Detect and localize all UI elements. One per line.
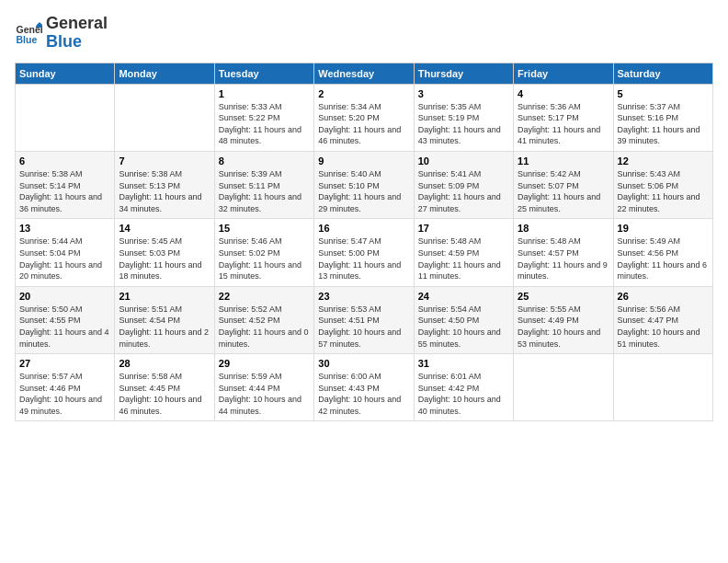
col-header-saturday: Saturday [613, 63, 712, 84]
calendar-cell: 2 Sunrise: 5:34 AM Sunset: 5:20 PM Dayli… [314, 84, 414, 151]
day-info: Sunrise: 5:41 AM Sunset: 5:09 PM Dayligh… [418, 168, 509, 214]
day-number: 22 [219, 291, 310, 302]
day-number: 11 [518, 155, 609, 167]
calendar-cell: 26 Sunrise: 5:56 AM Sunset: 4:47 PM Dayl… [613, 286, 712, 353]
day-number: 24 [418, 291, 509, 302]
day-number: 29 [219, 358, 310, 369]
day-number: 13 [19, 223, 110, 234]
day-info: Sunrise: 5:35 AM Sunset: 5:19 PM Dayligh… [418, 101, 509, 147]
calendar-cell: 22 Sunrise: 5:52 AM Sunset: 4:52 PM Dayl… [214, 286, 313, 353]
day-number: 21 [119, 291, 210, 302]
calendar-cell: 23 Sunrise: 5:53 AM Sunset: 4:51 PM Dayl… [314, 286, 414, 353]
calendar-cell [613, 354, 712, 421]
day-number: 17 [418, 223, 509, 234]
day-number: 28 [119, 358, 210, 369]
calendar-cell [16, 84, 115, 151]
calendar-cell: 18 Sunrise: 5:48 AM Sunset: 4:57 PM Dayl… [514, 219, 613, 286]
calendar-cell: 17 Sunrise: 5:48 AM Sunset: 4:59 PM Dayl… [414, 219, 513, 286]
calendar-cell: 5 Sunrise: 5:37 AM Sunset: 5:16 PM Dayli… [613, 84, 712, 151]
day-info: Sunrise: 5:37 AM Sunset: 5:16 PM Dayligh… [618, 101, 709, 147]
day-number: 5 [618, 88, 709, 99]
calendar-cell: 9 Sunrise: 5:40 AM Sunset: 5:10 PM Dayli… [314, 151, 414, 218]
day-info: Sunrise: 5:48 AM Sunset: 4:59 PM Dayligh… [418, 236, 509, 282]
day-info: Sunrise: 5:53 AM Sunset: 4:51 PM Dayligh… [318, 304, 409, 350]
day-info: Sunrise: 5:58 AM Sunset: 4:45 PM Dayligh… [119, 371, 210, 417]
calendar-cell: 4 Sunrise: 5:36 AM Sunset: 5:17 PM Dayli… [514, 84, 613, 151]
calendar-cell: 21 Sunrise: 5:51 AM Sunset: 4:54 PM Dayl… [115, 286, 214, 353]
day-number: 2 [318, 88, 409, 99]
calendar-cell: 8 Sunrise: 5:39 AM Sunset: 5:11 PM Dayli… [214, 151, 313, 218]
logo-icon: General Blue [15, 19, 42, 47]
day-info: Sunrise: 5:40 AM Sunset: 5:10 PM Dayligh… [318, 168, 409, 214]
day-info: Sunrise: 5:42 AM Sunset: 5:07 PM Dayligh… [518, 168, 609, 214]
day-info: Sunrise: 5:50 AM Sunset: 4:55 PM Dayligh… [19, 304, 110, 350]
day-number: 1 [219, 88, 310, 99]
day-info: Sunrise: 5:44 AM Sunset: 5:04 PM Dayligh… [19, 236, 110, 282]
svg-text:Blue: Blue [17, 33, 38, 44]
calendar-cell: 15 Sunrise: 5:46 AM Sunset: 5:02 PM Dayl… [214, 219, 313, 286]
day-number: 8 [219, 155, 310, 167]
logo: General Blue General Blue [15, 15, 108, 52]
day-number: 26 [618, 291, 709, 302]
day-info: Sunrise: 5:49 AM Sunset: 4:56 PM Dayligh… [618, 236, 709, 282]
day-info: Sunrise: 5:36 AM Sunset: 5:17 PM Dayligh… [518, 101, 609, 147]
calendar-cell: 11 Sunrise: 5:42 AM Sunset: 5:07 PM Dayl… [514, 151, 613, 218]
calendar-header-row: SundayMondayTuesdayWednesdayThursdayFrid… [16, 63, 713, 84]
day-number: 19 [618, 223, 709, 234]
day-info: Sunrise: 5:39 AM Sunset: 5:11 PM Dayligh… [219, 168, 310, 214]
calendar-cell: 6 Sunrise: 5:38 AM Sunset: 5:14 PM Dayli… [16, 151, 115, 218]
day-info: Sunrise: 5:59 AM Sunset: 4:44 PM Dayligh… [219, 371, 310, 417]
calendar-cell: 30 Sunrise: 6:00 AM Sunset: 4:43 PM Dayl… [314, 354, 414, 421]
logo-text-general: General [46, 15, 108, 33]
calendar-cell: 7 Sunrise: 5:38 AM Sunset: 5:13 PM Dayli… [115, 151, 214, 218]
day-info: Sunrise: 5:38 AM Sunset: 5:13 PM Dayligh… [119, 168, 210, 214]
day-info: Sunrise: 5:34 AM Sunset: 5:20 PM Dayligh… [318, 101, 409, 147]
calendar-cell: 24 Sunrise: 5:54 AM Sunset: 4:50 PM Dayl… [414, 286, 513, 353]
day-number: 15 [219, 223, 310, 234]
day-info: Sunrise: 5:56 AM Sunset: 4:47 PM Dayligh… [618, 304, 709, 350]
day-info: Sunrise: 5:48 AM Sunset: 4:57 PM Dayligh… [518, 236, 609, 282]
day-number: 4 [518, 88, 609, 99]
day-info: Sunrise: 5:46 AM Sunset: 5:02 PM Dayligh… [219, 236, 310, 282]
day-number: 10 [418, 155, 509, 167]
col-header-friday: Friday [514, 63, 613, 84]
calendar-cell: 1 Sunrise: 5:33 AM Sunset: 5:22 PM Dayli… [214, 84, 313, 151]
calendar-cell: 28 Sunrise: 5:58 AM Sunset: 4:45 PM Dayl… [115, 354, 214, 421]
calendar-cell: 20 Sunrise: 5:50 AM Sunset: 4:55 PM Dayl… [16, 286, 115, 353]
calendar-table: SundayMondayTuesdayWednesdayThursdayFrid… [15, 63, 713, 422]
day-info: Sunrise: 6:00 AM Sunset: 4:43 PM Dayligh… [318, 371, 409, 417]
day-info: Sunrise: 6:01 AM Sunset: 4:42 PM Dayligh… [418, 371, 509, 417]
day-info: Sunrise: 5:51 AM Sunset: 4:54 PM Dayligh… [119, 304, 210, 350]
day-info: Sunrise: 5:54 AM Sunset: 4:50 PM Dayligh… [418, 304, 509, 350]
calendar-cell [514, 354, 613, 421]
day-number: 7 [119, 155, 210, 167]
calendar-cell [115, 84, 214, 151]
calendar-cell: 31 Sunrise: 6:01 AM Sunset: 4:42 PM Dayl… [414, 354, 513, 421]
calendar-week-1: 1 Sunrise: 5:33 AM Sunset: 5:22 PM Dayli… [16, 84, 713, 151]
calendar-cell: 14 Sunrise: 5:45 AM Sunset: 5:03 PM Dayl… [115, 219, 214, 286]
day-number: 14 [119, 223, 210, 234]
day-number: 31 [418, 358, 509, 369]
day-info: Sunrise: 5:52 AM Sunset: 4:52 PM Dayligh… [219, 304, 310, 350]
day-number: 9 [318, 155, 409, 167]
calendar-cell: 19 Sunrise: 5:49 AM Sunset: 4:56 PM Dayl… [613, 219, 712, 286]
day-info: Sunrise: 5:47 AM Sunset: 5:00 PM Dayligh… [318, 236, 409, 282]
day-info: Sunrise: 5:43 AM Sunset: 5:06 PM Dayligh… [618, 168, 709, 214]
col-header-sunday: Sunday [16, 63, 115, 84]
calendar-cell: 29 Sunrise: 5:59 AM Sunset: 4:44 PM Dayl… [214, 354, 313, 421]
col-header-tuesday: Tuesday [214, 63, 313, 84]
calendar-cell: 3 Sunrise: 5:35 AM Sunset: 5:19 PM Dayli… [414, 84, 513, 151]
calendar-cell: 25 Sunrise: 5:55 AM Sunset: 4:49 PM Dayl… [514, 286, 613, 353]
day-number: 30 [318, 358, 409, 369]
day-number: 18 [518, 223, 609, 234]
calendar-week-2: 6 Sunrise: 5:38 AM Sunset: 5:14 PM Dayli… [16, 151, 713, 218]
calendar-cell: 13 Sunrise: 5:44 AM Sunset: 5:04 PM Dayl… [16, 219, 115, 286]
col-header-wednesday: Wednesday [314, 63, 414, 84]
day-info: Sunrise: 5:38 AM Sunset: 5:14 PM Dayligh… [19, 168, 110, 214]
calendar-cell: 27 Sunrise: 5:57 AM Sunset: 4:46 PM Dayl… [16, 354, 115, 421]
logo-text-blue: Blue [46, 33, 108, 52]
day-info: Sunrise: 5:57 AM Sunset: 4:46 PM Dayligh… [19, 371, 110, 417]
day-number: 3 [418, 88, 509, 99]
day-number: 12 [618, 155, 709, 167]
calendar-week-3: 13 Sunrise: 5:44 AM Sunset: 5:04 PM Dayl… [16, 219, 713, 286]
